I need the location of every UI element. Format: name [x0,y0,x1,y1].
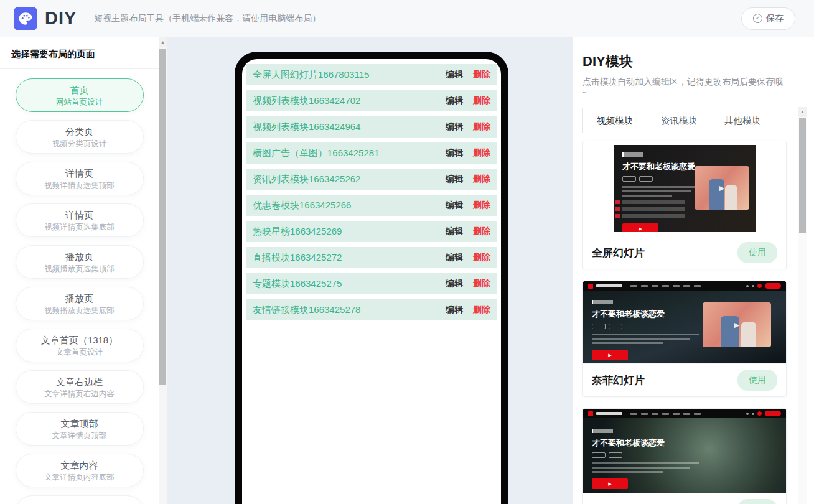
preview-chips [592,324,703,329]
page-item-subtitle: 视频播放页选集底部 [16,306,143,316]
module-preview-image: 才不要和老板谈恋爱 ▶ ▶ [583,409,786,493]
use-button[interactable]: 使用 [737,499,777,504]
phone-module-row: 视频列表模块1663424702 编辑 删除 [246,90,497,111]
phone-module-row: 资讯列表模块1663425262 编辑 删除 [246,169,497,190]
module-name-link[interactable]: 直播模块1663425272 [253,252,446,264]
play-icon: ▶ [608,482,611,487]
phone-module-row: 优惠卷模块1663425266 编辑 删除 [246,195,497,216]
edit-link[interactable]: 编辑 [446,226,463,237]
use-button[interactable]: 使用 [737,242,777,263]
preview-menu-bars [630,285,701,287]
edit-link[interactable]: 编辑 [446,304,463,315]
panel-scrollbar[interactable]: ▲ [798,107,807,504]
module-cards-list: 才不要和老板谈恋爱 ▶ ▶ 全屏幻灯片 使用 [582,141,787,504]
preview-logo-icon [588,411,593,416]
sidebar-page-item[interactable]: 首页 网站首页设计 [16,78,144,112]
panel-title: DIY模块 [582,52,787,71]
phone-module-row: 专题模块1663425275 编辑 删除 [246,273,497,294]
edit-link[interactable]: 编辑 [446,69,463,80]
palette-icon [14,7,37,30]
edit-link[interactable]: 编辑 [446,174,463,185]
module-card[interactable]: 才不要和老板谈恋爱 ▶ ▶ 奈菲幻灯片 使用 [582,281,787,397]
delete-link[interactable]: 删除 [473,200,490,211]
sidebar-page-item[interactable]: 播放页 视频播放页选集顶部 [16,245,144,279]
module-preview-zone: 才不要和老板谈恋爱 ▶ ▶ [583,141,786,236]
module-preview-image: 才不要和老板谈恋爱 ▶ ▶ [614,145,756,232]
save-button[interactable]: ✓ 保存 [741,7,795,30]
delete-link[interactable]: 删除 [473,278,490,289]
module-tab[interactable]: 其他模块 [711,108,774,133]
page-item-subtitle: 文章详情页内容底部 [16,472,143,483]
module-name-link[interactable]: 友情链接模块1663425278 [253,304,446,316]
page-item-title: DIY1 [16,500,143,504]
app-header: DIY 短视主题布局工具（手机端未作兼容，请使用电脑端布局） ✓ 保存 [0,0,814,37]
edit-link[interactable]: 编辑 [446,252,463,263]
phone-module-row: 友情链接模块1663425278 编辑 删除 [246,299,497,320]
sidebar-scrollbar[interactable]: ▲ [159,37,167,504]
header-subtitle: 短视主题布局工具（手机端未作兼容，请使用电脑端布局） [94,13,320,24]
module-tab[interactable]: 资讯模块 [647,108,711,133]
use-button[interactable]: 使用 [737,370,777,391]
sidebar-page-item[interactable]: 文章内容 文章详情页内容底部 [16,454,144,487]
sidebar-page-item[interactable]: DIY1 [16,495,144,504]
page-item-title: 分类页 [16,125,143,139]
module-card-footer: 奈菲幻灯片 使用 [583,363,786,396]
module-card[interactable]: 才不要和老板谈恋爱 ▶ ▶ 全屏幻灯片 使用 [582,141,787,269]
edit-link[interactable]: 编辑 [446,121,463,133]
sidebar-page-item[interactable]: 文章顶部 文章详情页顶部 [16,412,144,446]
module-tab[interactable]: 视频模块 [582,108,647,133]
tab-label: 视频模块 [597,116,633,126]
scroll-up-arrow-icon[interactable]: ▲ [159,37,167,47]
preview-chips [592,452,703,458]
page-item-title: 播放页 [16,292,143,306]
delete-link[interactable]: 删除 [473,147,490,159]
preview-photo: ▶ [703,302,771,347]
sidebar-page-item[interactable]: 文章右边栏 文章详情页右边内容 [16,370,144,404]
delete-link[interactable]: 删除 [473,226,490,237]
delete-link[interactable]: 删除 [473,95,490,106]
module-card-footer: 全屏幻灯片 使用 [583,236,786,269]
preview-text-lines [622,186,700,197]
edit-link[interactable]: 编辑 [446,200,463,211]
module-name-link[interactable]: 专题模块1663425275 [253,278,446,290]
module-name-link[interactable]: 横图广告（单图）1663425281 [253,147,446,159]
preview-text-lines [592,334,703,344]
sidebar-scrollbar-thumb[interactable] [159,49,166,385]
panel-scrollbar-thumb[interactable] [799,118,806,233]
sidebar-page-item[interactable]: 文章首页（1318） 文章首页设计 [16,329,144,362]
module-name-link[interactable]: 视频列表模块1663424702 [253,95,446,107]
tab-label: 资讯模块 [661,116,697,126]
sidebar-page-item[interactable]: 详情页 视频详情页选集底部 [16,203,144,237]
play-button-decor: ▶ [622,223,658,232]
module-name-link[interactable]: 优惠卷模块1663425266 [253,200,446,212]
page-item-subtitle: 视频分类页设计 [16,139,143,149]
edit-link[interactable]: 编辑 [446,95,463,106]
page-item-subtitle: 视频详情页选集底部 [16,222,143,233]
edit-link[interactable]: 编辑 [446,278,463,289]
page-item-title: 文章内容 [16,459,143,472]
module-name-link[interactable]: 资讯列表模块1663425262 [253,174,446,185]
scroll-up-arrow-icon[interactable]: ▲ [798,107,807,117]
module-name-link[interactable]: 视频列表模块1663424964 [253,121,446,133]
preview-title: 才不要和老板谈恋爱 [622,161,700,172]
sidebar-page-item[interactable]: 播放页 视频播放页选集底部 [16,287,144,320]
page-item-subtitle: 网站首页设计 [16,97,143,108]
tab-label: 其他模块 [724,116,760,126]
phone-module-list: 全屏大图幻灯片1667803115 编辑 删除 视频列表模块1663424702… [242,59,501,330]
module-name-link[interactable]: 全屏大图幻灯片1667803115 [253,69,446,81]
sidebar-page-item[interactable]: 分类页 视频分类页设计 [16,120,144,154]
phone-module-row: 全屏大图幻灯片1667803115 编辑 删除 [246,64,497,85]
sidebar-page-item[interactable]: 详情页 视频详情页选集顶部 [16,162,144,195]
delete-link[interactable]: 删除 [473,304,490,315]
delete-link[interactable]: 删除 [473,69,490,80]
delete-link[interactable]: 删除 [473,121,490,133]
module-name-link[interactable]: 热映星榜1663425269 [253,226,446,238]
page-item-title: 文章顶部 [16,417,143,431]
delete-link[interactable]: 删除 [473,174,490,185]
module-card-footer: 91星空幻灯片 使用 [583,493,786,504]
preview-menu-bars [630,413,701,415]
edit-link[interactable]: 编辑 [446,147,463,159]
module-card[interactable]: 才不要和老板谈恋爱 ▶ ▶ 91星空幻灯片 使用 [582,408,787,504]
sidebar-title: 选择需要布局的页面 [0,37,159,69]
delete-link[interactable]: 删除 [473,252,490,263]
